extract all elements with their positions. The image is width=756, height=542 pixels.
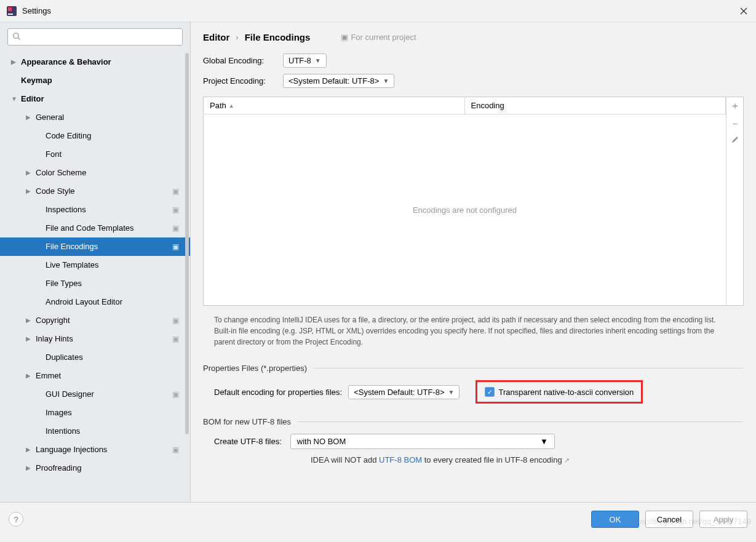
- cancel-button[interactable]: Cancel: [645, 511, 693, 528]
- chevron-right-icon: ›: [236, 33, 238, 42]
- edit-button[interactable]: [726, 135, 743, 146]
- svg-rect-2: [8, 14, 13, 15]
- sidebar-item-label: Duplicates: [46, 348, 83, 367]
- bom-create-label: Create UTF-8 files:: [214, 437, 282, 446]
- sidebar-item-label: Inlay Hints: [36, 330, 73, 348]
- sidebar-item-intentions[interactable]: Intentions: [0, 422, 190, 440]
- project-encoding-dropdown[interactable]: <System Default: UTF-8> ▼: [283, 74, 394, 88]
- chevron-down-icon: [11, 90, 18, 108]
- search-icon: [12, 32, 21, 42]
- sidebar-item-label: Appearance & Behavior: [21, 53, 111, 71]
- project-scope-icon: ▣: [172, 219, 179, 237]
- chevron-right-icon: [26, 311, 33, 330]
- highlight-annotation: ✓ Transparent native-to-ascii conversion: [475, 380, 643, 404]
- sidebar-item-label: Language Injections: [36, 440, 107, 459]
- sidebar-item-label: Live Templates: [46, 256, 98, 274]
- breadcrumb-root[interactable]: Editor: [203, 32, 229, 42]
- chevron-right-icon: [11, 53, 18, 71]
- project-scope-icon: ▣: [172, 201, 179, 219]
- project-scope-icon: ▣: [172, 385, 179, 404]
- sidebar-item-label: Android Layout Editor: [46, 293, 122, 311]
- chevron-down-icon: ▼: [315, 57, 321, 64]
- breadcrumb: Editor › File Encodings ▣ For current pr…: [203, 32, 744, 42]
- sidebar-item-gui-designer[interactable]: GUI Designer▣: [0, 385, 190, 404]
- sidebar-item-duplicates[interactable]: Duplicates: [0, 348, 190, 367]
- breadcrumb-leaf: File Encodings: [245, 32, 311, 42]
- project-scope-icon: ▣: [172, 440, 179, 459]
- ok-button[interactable]: OK: [591, 511, 639, 528]
- help-button[interactable]: ?: [9, 512, 23, 527]
- sidebar-item-appearance-behavior[interactable]: Appearance & Behavior: [0, 53, 190, 71]
- sidebar-item-label: Proofreading: [36, 459, 81, 477]
- sidebar-item-file-types[interactable]: File Types: [0, 274, 190, 293]
- chevron-right-icon: [26, 164, 33, 182]
- project-scope-icon: ▣: [172, 330, 179, 348]
- close-icon[interactable]: [738, 5, 750, 17]
- external-link-icon: ↗: [564, 456, 570, 464]
- sidebar-item-android-layout-editor[interactable]: Android Layout Editor: [0, 293, 190, 311]
- sidebar-item-label: Font: [46, 145, 62, 164]
- sidebar-item-label: Code Editing: [46, 127, 91, 145]
- utf8-bom-link[interactable]: UTF-8 BOM: [379, 455, 422, 464]
- bottom-bar: ? OK Cancel Apply: [0, 502, 756, 536]
- sidebar: Appearance & BehaviorKeymapEditorGeneral…: [0, 22, 191, 502]
- sidebar-item-label: File and Code Templates: [46, 219, 134, 237]
- properties-section-header: Properties Files (*.properties): [203, 364, 307, 373]
- sidebar-item-images[interactable]: Images: [0, 404, 190, 422]
- chevron-down-icon: ▼: [448, 389, 455, 396]
- sidebar-item-label: Intentions: [46, 422, 80, 440]
- help-text: To change encoding IntelliJ IDEA uses fo…: [214, 314, 733, 348]
- sidebar-item-live-templates[interactable]: Live Templates: [0, 256, 190, 274]
- sidebar-item-proofreading[interactable]: Proofreading: [0, 459, 190, 477]
- project-scope-note: ▣ For current project: [341, 33, 416, 42]
- sidebar-item-copyright[interactable]: Copyright▣: [0, 311, 190, 330]
- svg-rect-1: [8, 7, 12, 11]
- project-encoding-label: Project Encoding:: [203, 76, 283, 86]
- sidebar-item-code-editing[interactable]: Code Editing: [0, 127, 190, 145]
- properties-encoding-dropdown[interactable]: <System Default: UTF-8> ▼: [348, 385, 460, 399]
- column-path[interactable]: Path ▲: [204, 97, 465, 114]
- add-button[interactable]: ＋: [726, 100, 743, 113]
- chevron-right-icon: [26, 440, 33, 459]
- transparent-ascii-checkbox[interactable]: ✓ Transparent native-to-ascii conversion: [485, 387, 634, 397]
- scrollbar[interactable]: [185, 53, 189, 434]
- sidebar-item-code-style[interactable]: Code Style▣: [0, 182, 190, 201]
- sidebar-item-emmet[interactable]: Emmet: [0, 367, 190, 385]
- sidebar-item-font[interactable]: Font: [0, 145, 190, 164]
- column-encoding[interactable]: Encoding: [465, 97, 726, 114]
- sidebar-item-label: Copyright: [36, 311, 70, 330]
- apply-button[interactable]: Apply: [699, 511, 747, 528]
- sidebar-item-file-and-code-templates[interactable]: File and Code Templates▣: [0, 219, 190, 237]
- sidebar-item-inlay-hints[interactable]: Inlay Hints▣: [0, 330, 190, 348]
- sidebar-item-label: Images: [46, 404, 72, 422]
- sidebar-item-color-scheme[interactable]: Color Scheme: [0, 164, 190, 182]
- sidebar-item-label: File Types: [46, 274, 82, 293]
- sidebar-item-file-encodings[interactable]: File Encodings▣: [0, 237, 190, 256]
- table-empty-message: Encodings are not configured: [204, 114, 726, 305]
- sidebar-item-keymap[interactable]: Keymap: [0, 71, 190, 90]
- search-input[interactable]: [7, 28, 183, 46]
- chevron-right-icon: [26, 108, 33, 127]
- content-pane: Editor › File Encodings ▣ For current pr…: [191, 22, 756, 502]
- bom-note: IDEA will NOT add UTF-8 BOM to every cre…: [311, 455, 744, 464]
- window-title: Settings: [22, 6, 738, 15]
- properties-encoding-label: Default encoding for properties files:: [214, 388, 342, 397]
- sidebar-item-label: Code Style: [36, 182, 75, 201]
- project-scope-icon: ▣: [172, 311, 179, 330]
- chevron-right-icon: [26, 330, 33, 348]
- chevron-right-icon: [26, 459, 33, 477]
- global-encoding-label: Global Encoding:: [203, 56, 283, 65]
- bom-create-dropdown[interactable]: with NO BOM ▼: [290, 434, 555, 449]
- sidebar-item-general[interactable]: General: [0, 108, 190, 127]
- sidebar-item-language-injections[interactable]: Language Injections▣: [0, 440, 190, 459]
- sidebar-item-label: Emmet: [36, 367, 61, 385]
- sidebar-item-label: GUI Designer: [46, 385, 94, 404]
- checkbox-checked-icon: ✓: [485, 387, 495, 397]
- sidebar-item-inspections[interactable]: Inspections▣: [0, 201, 190, 219]
- sidebar-item-editor[interactable]: Editor: [0, 90, 190, 108]
- remove-button[interactable]: －: [726, 118, 743, 130]
- sort-asc-icon: ▲: [229, 103, 234, 109]
- project-scope-icon: ▣: [172, 237, 179, 256]
- global-encoding-dropdown[interactable]: UTF-8 ▼: [283, 54, 327, 68]
- chevron-right-icon: [26, 367, 33, 385]
